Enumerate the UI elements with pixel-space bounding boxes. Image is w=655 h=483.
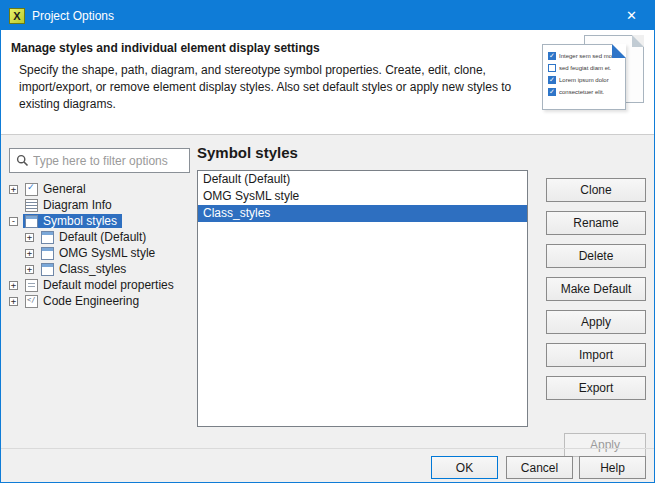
illustration-check-row: Lorem ipsum dolor [548, 76, 625, 84]
expand-icon[interactable]: + [9, 185, 18, 194]
checked-checkbox-icon [548, 52, 556, 60]
make-default-button[interactable]: Make Default [546, 277, 646, 301]
general-icon [25, 183, 38, 196]
tree-item-default-model-properties[interactable]: + Default model properties [9, 277, 193, 293]
checked-checkbox-icon [548, 88, 556, 96]
header-description: Specify the shape, path, diagram, and st… [19, 62, 534, 112]
footer-separator [1, 448, 655, 449]
ok-button[interactable]: OK [431, 456, 498, 479]
project-options-dialog: X Project Options ✕ Manage styles and in… [0, 0, 655, 483]
tree-item-code-engineering[interactable]: + Code Engineering [9, 293, 193, 309]
help-button[interactable]: Help [579, 456, 646, 479]
tree-item-diagram-info[interactable]: Diagram Info [9, 197, 193, 213]
options-tree: + General Diagram Info - Symbol styles +… [9, 181, 193, 309]
document-page-front: Integer sem sed mollis sed feugiat diam … [542, 44, 626, 110]
page-fold [612, 44, 626, 58]
style-icon [41, 231, 54, 244]
checklist-illustration: Integer sem sed mollis sed feugiat diam … [542, 35, 644, 113]
titlebar: X Project Options ✕ [1, 1, 654, 30]
expand-icon[interactable]: + [9, 297, 18, 306]
symbol-styles-icon [25, 215, 38, 228]
header: Manage styles and individual element dis… [1, 30, 654, 135]
collapse-icon[interactable]: - [9, 217, 18, 226]
illustration-check-row: sed feugiat diam et. [548, 64, 625, 72]
illustration-check-row: consectetuer elit. [548, 88, 625, 96]
delete-button[interactable]: Delete [546, 244, 646, 268]
diagram-info-icon [25, 199, 38, 212]
checked-checkbox-icon [548, 76, 556, 84]
tree-item-omg-sysml-style[interactable]: + OMG SysML style [9, 245, 193, 261]
cancel-button[interactable]: Cancel [506, 456, 573, 479]
export-button[interactable]: Export [546, 376, 646, 400]
tree-item-general[interactable]: + General [9, 181, 193, 197]
code-engineering-icon [25, 295, 38, 308]
content-area: + General Diagram Info - Symbol styles +… [1, 135, 654, 483]
style-icon [41, 263, 54, 276]
list-item[interactable]: Class_styles [198, 205, 527, 222]
rename-button[interactable]: Rename [546, 211, 646, 235]
clone-button[interactable]: Clone [546, 178, 646, 202]
panel-title: Symbol styles [197, 144, 298, 161]
style-icon [41, 247, 54, 260]
expand-icon[interactable]: + [25, 233, 34, 242]
filter-field [9, 148, 190, 173]
import-button[interactable]: Import [546, 343, 646, 367]
expand-icon[interactable]: + [25, 249, 34, 258]
apply-button-disabled[interactable]: Apply [564, 433, 646, 457]
apply-style-button[interactable]: Apply [546, 310, 646, 334]
model-properties-icon [25, 279, 38, 292]
tree-item-symbol-styles[interactable]: - Symbol styles [9, 213, 193, 229]
list-item[interactable]: Default (Default) [198, 171, 527, 188]
symbol-styles-list: Default (Default) OMG SysML style Class_… [197, 170, 528, 427]
search-icon [16, 154, 29, 167]
tree-item-default-style[interactable]: + Default (Default) [9, 229, 193, 245]
unchecked-checkbox-icon [548, 64, 556, 72]
expand-icon[interactable]: + [9, 281, 18, 290]
app-icon: X [9, 8, 25, 24]
close-icon[interactable]: ✕ [609, 1, 654, 30]
expand-icon[interactable]: + [25, 265, 34, 274]
tree-item-class-styles[interactable]: + Class_styles [9, 261, 193, 277]
window-title: Project Options [32, 9, 114, 23]
filter-input[interactable] [33, 154, 173, 168]
list-item[interactable]: OMG SysML style [198, 188, 527, 205]
